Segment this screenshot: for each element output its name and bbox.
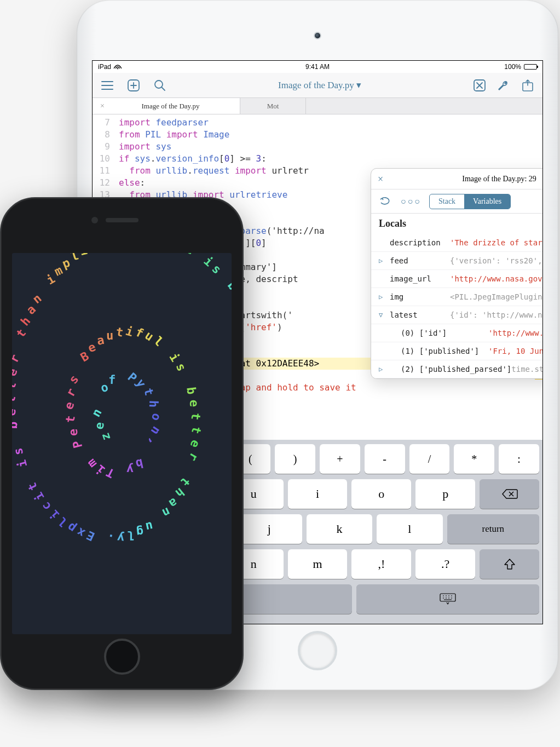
key[interactable]: o [351,479,411,509]
svg-rect-5 [440,594,455,601]
variable-name: (1) ['published'] [401,347,488,355]
iphone-home-button[interactable] [104,639,140,675]
expand-caret-icon[interactable]: ▷ [379,293,383,301]
key[interactable]: .? [415,549,475,579]
wrench-icon[interactable] [497,78,511,93]
iphone-earpiece [91,217,153,223]
ipad-home-button[interactable] [298,631,337,670]
zen-char: t [12,394,18,404]
key-backspace[interactable] [480,479,539,509]
stop-icon[interactable] [472,78,487,93]
variable-value: 'Fri, 10 Jun 2016 09:5… [488,347,543,355]
variable-value: {'id': 'http://www.nasa.gov/image-fea… [450,311,543,319]
variable-row[interactable]: ▽latest{'id': 'http://www.nasa.gov/image… [371,306,543,324]
variable-name: (2) ['published_parsed'] [401,365,511,373]
variable-value: 'http://www.nasa.gov/image-fea… [488,329,543,337]
variable-value: {'version': 'rss20', 'feed': {'docs': '… [450,256,543,265]
locals-heading: Locals [371,214,543,234]
variable-name: (0) ['id'] [401,329,488,337]
variable-row[interactable]: ▷feed{'version': 'rss20', 'feed': {'docs… [371,252,543,270]
zen-char: b [134,456,145,471]
key[interactable]: - [365,444,405,474]
menu-icon[interactable] [100,78,114,93]
close-icon[interactable]: × [378,174,383,184]
zen-char: r [186,450,201,463]
key[interactable]: j [236,514,302,544]
expand-caret-icon[interactable]: ▷ [379,365,383,373]
key-return[interactable]: return [447,514,539,544]
variable-row[interactable]: image_url'http://www.nasa.gov/sites/defa… [371,270,543,288]
key[interactable]: ,! [351,549,411,579]
tab-inactive[interactable]: Mot [240,98,306,114]
document-title[interactable]: Image of the Day.py ▾ [167,79,472,91]
zen-char: c [39,499,54,513]
iphone-device: zen of Python, by Tim Peters Beautiful i… [0,197,244,690]
zen-char: y [126,463,134,476]
zen-char: e [187,400,201,407]
variable-row[interactable]: (0) ['id']'http://www.nasa.gov/image-fea… [371,324,543,342]
code-line[interactable]: if sys.version_info[0] >= 3: [119,153,542,165]
segment-stack[interactable]: Stack [430,194,464,209]
zen-char: f [108,373,116,387]
key[interactable]: ) [275,444,315,474]
zen-char: a [96,333,106,348]
zen-char [12,434,22,443]
zen-char: a [167,496,181,511]
close-icon[interactable]: × [100,102,105,111]
add-icon[interactable] [126,78,141,93]
zen-char: s [174,361,189,373]
segment-variables[interactable]: Variables [464,194,510,209]
code-line[interactable]: from PIL import Image [119,129,542,141]
zen-char: e [62,400,77,412]
expand-caret-icon[interactable]: ▽ [379,311,383,319]
tab-bar: × Image of the Day.py Mot [93,98,542,114]
key[interactable]: m [288,549,348,579]
zen-char: i [44,272,57,287]
zen-char [20,470,35,481]
step-back-icon[interactable] [379,194,393,209]
key[interactable]: i [288,479,348,509]
search-icon[interactable] [153,78,167,93]
variable-row[interactable]: (1) ['published']'Fri, 10 Jun 2016 09:5… [371,342,543,360]
key[interactable]: + [320,444,360,474]
share-icon[interactable] [521,78,535,93]
variable-row[interactable]: ▷(2) ['published_parsed']time.struct_ti… [371,360,543,378]
key[interactable]: * [454,444,494,474]
zen-char: z [98,431,113,443]
zen-char [179,373,194,383]
segmented-control: Stack Variables [429,194,511,209]
zen-char: y [116,531,125,545]
zen-char [12,339,25,352]
key-keyboard-icon[interactable] [356,584,539,614]
variable-name: description [390,238,450,247]
variable-row[interactable]: description'The drizzle of stars scatter… [371,234,543,252]
battery-label: 100% [504,63,521,71]
zen-char: . [106,531,116,546]
variable-row[interactable]: ▷img<PIL.JpegImagePlugin.JpegImageFile…👁 [371,288,543,306]
key[interactable]: p [415,479,475,509]
key-shift[interactable] [480,549,539,579]
expand-caret-icon[interactable]: ▷ [379,257,383,265]
key[interactable]: l [377,514,442,544]
tab-active[interactable]: × Image of the Day.py [93,98,240,114]
more-icon[interactable]: ○○○ [404,194,418,209]
zen-char: P [70,439,85,450]
zen-char: b [12,422,20,429]
zen-char: e [66,428,80,436]
variable-value: 'http://www.nasa.gov/sites/default… [450,274,543,283]
zen-char: i [79,253,89,258]
variable-name: latest [390,311,450,319]
key[interactable]: k [307,514,372,544]
zen-char [95,530,106,545]
code-line[interactable]: import sys [119,141,542,153]
key[interactable]: / [409,444,450,474]
code-line[interactable]: import feedparser [119,117,542,129]
zen-char [76,449,91,461]
zen-char: e [86,340,98,355]
zen-char: r [63,386,78,399]
key[interactable]: : [499,444,539,474]
variable-name: img [390,292,450,301]
zen-char: i [167,350,182,364]
zen-char: o [148,411,164,422]
zen-char [116,466,126,480]
